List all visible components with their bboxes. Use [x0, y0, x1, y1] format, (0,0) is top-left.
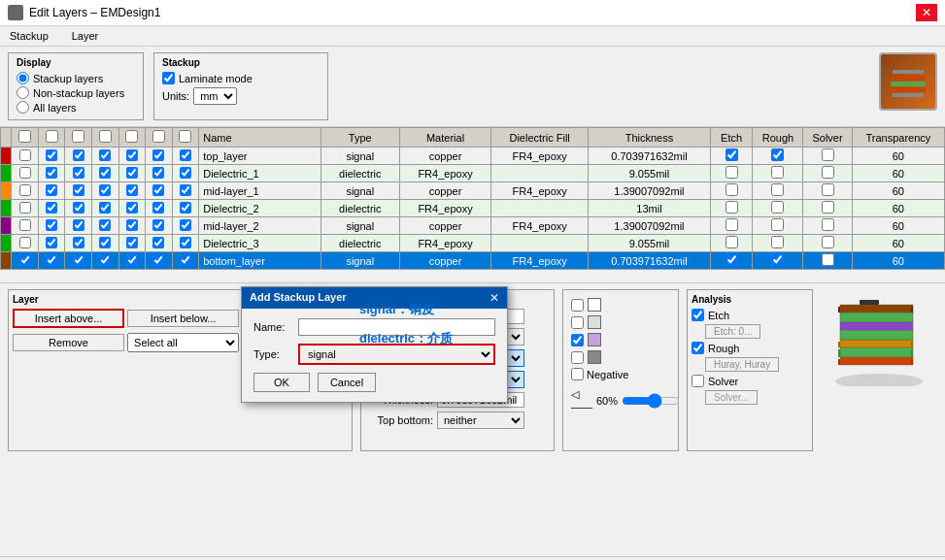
opacity-label: 60% [596, 395, 618, 407]
svg-rect-4 [893, 93, 924, 97]
table-row[interactable]: mid-layer_2signalcopperFR4_epoxy1.390070… [1, 217, 945, 235]
rough-btn[interactable]: Huray, Huray [705, 357, 779, 372]
svg-rect-18 [840, 305, 913, 313]
top-section: Display Stackup layers Non-stackup layer… [0, 47, 945, 127]
footer: Total height: 0.896571361642mm 关注 小汽车爱吃冰… [0, 556, 945, 560]
svg-rect-20 [911, 307, 913, 313]
dialog-title-bar: Add Stackup Layer ✕ [242, 287, 507, 309]
check-p1[interactable] [571, 299, 584, 312]
pattern-panel: Negative ◁—— 60% [562, 289, 679, 451]
radio-stackup-layers[interactable]: Stackup layers [17, 72, 135, 84]
svg-rect-11 [911, 349, 913, 357]
window-title: Edit Layers – EMDesign1 [29, 6, 160, 19]
etch-btn[interactable]: Etch: 0... [705, 324, 760, 339]
dialog-ok-button[interactable]: OK [253, 373, 310, 392]
solver-checkbox[interactable] [692, 375, 704, 387]
dialog-name-label: Name: [253, 321, 292, 333]
negative-check-row: Negative [571, 368, 670, 380]
solver-check-row: Solver [692, 375, 808, 387]
svg-rect-16 [840, 322, 913, 330]
negative-checkbox[interactable] [571, 368, 584, 380]
laminate-mode-check[interactable]: Laminate mode [162, 72, 320, 84]
pcb-3d-visual [821, 289, 937, 386]
menu-stackup[interactable]: Stackup [4, 28, 54, 44]
table-row[interactable]: Dielectric_2dielectricFR4_epoxy13mil60 [1, 200, 945, 217]
display-group: Display Stackup layers Non-stackup layer… [8, 52, 144, 120]
svg-rect-21 [860, 300, 879, 305]
col-material-header: Material [400, 128, 491, 148]
svg-rect-0 [891, 76, 926, 81]
logo-area [879, 52, 937, 120]
table-row[interactable]: top_layersignalcopperFR4_epoxy0.70397163… [1, 148, 945, 165]
col-type-header: Type [321, 128, 399, 148]
edit-topbottom-row: Top bottom: neithertopbottom [365, 412, 550, 429]
table-row[interactable]: mid-layer_1signalcopperFR4_epoxy1.390070… [1, 182, 945, 200]
svg-rect-8 [911, 359, 913, 365]
svg-rect-6 [840, 357, 913, 365]
svg-rect-14 [911, 342, 913, 347]
dialog-type-select[interactable]: signaldielectricplane [298, 344, 495, 365]
dialog-cancel-button[interactable]: Cancel [318, 373, 376, 392]
col-stripe [1, 128, 12, 148]
svg-rect-17 [840, 313, 913, 322]
window-close-button[interactable]: ✕ [916, 4, 937, 21]
etch-checkbox[interactable] [692, 309, 704, 321]
table-row[interactable]: Dielectric_3dielectricFR4_epoxy9.055mil6… [1, 235, 945, 252]
col-thickness-header: Thickness [589, 128, 710, 148]
svg-rect-1 [891, 82, 926, 86]
col-check6 [146, 128, 173, 148]
svg-rect-19 [838, 307, 840, 313]
title-bar: Edit Layers – EMDesign1 ✕ [0, 0, 945, 26]
radio-non-stackup-layers[interactable]: Non-stackup layers [17, 86, 135, 99]
svg-rect-13 [838, 342, 840, 347]
svg-rect-3 [893, 70, 924, 74]
svg-rect-7 [838, 359, 840, 365]
solver-btn[interactable]: Solver... [705, 390, 758, 405]
col-check5 [118, 128, 146, 148]
rough-check-row: Rough [692, 342, 808, 354]
negative-label: Negative [587, 369, 628, 380]
col-solver-header: Solver [803, 128, 852, 148]
table-row[interactable]: bottom_layersignalcopperFR4_epoxy0.70397… [1, 252, 945, 270]
add-stackup-layer-dialog[interactable]: Add Stackup Layer ✕ Name: Type: signaldi… [241, 286, 508, 403]
edit-topbottom-select[interactable]: neithertopbottom [437, 412, 524, 429]
etch-check-row: Etch [692, 309, 808, 321]
slider-icon: ◁—— [571, 388, 592, 412]
display-label: Display [17, 57, 135, 68]
insert-below-button[interactable]: Insert below... [127, 310, 239, 327]
dialog-close-button[interactable]: ✕ [489, 291, 499, 305]
stackup-label: Stackup [162, 57, 320, 68]
col-check1 [12, 128, 39, 148]
insert-above-button[interactable]: Insert above... [13, 309, 124, 328]
col-check3 [65, 128, 92, 148]
check-p4[interactable] [571, 351, 584, 364]
rough-checkbox[interactable] [692, 342, 704, 354]
col-etch-header: Etch [710, 128, 753, 148]
table-row[interactable]: Dielectric_1dielectricFR4_epoxy9.055mil6… [1, 165, 945, 182]
col-check4 [91, 128, 118, 148]
check-p3[interactable] [571, 334, 584, 346]
col-dielectric-header: Dielectric Fill [491, 128, 589, 148]
radio-all-layers[interactable]: All layers [17, 101, 135, 114]
dialog-name-input[interactable] [298, 318, 495, 336]
opacity-slider-row: ◁—— 60% [571, 388, 670, 412]
dialog-type-label: Type: [253, 348, 292, 360]
app-icon [8, 5, 23, 20]
col-check7 [172, 128, 199, 148]
remove-button[interactable]: Remove [13, 334, 124, 351]
menu-bar: Stackup Layer [0, 26, 945, 47]
units-select[interactable]: mmmilum [193, 87, 237, 105]
select-all-dropdown[interactable]: Select all [127, 333, 239, 352]
col-transparency-header: Transparency [852, 128, 944, 148]
check-p2[interactable] [571, 316, 584, 329]
svg-rect-9 [840, 347, 913, 357]
dialog-name-row: Name: [253, 318, 495, 336]
dialog-type-row: Type: signaldielectricplane [253, 344, 495, 365]
units-row: Units: mmmilum [162, 87, 320, 105]
analysis-label: Analysis [692, 294, 808, 305]
col-check2 [38, 128, 65, 148]
opacity-slider[interactable] [622, 393, 680, 409]
stackup-group: Stackup Laminate mode Units: mmmilum [153, 52, 328, 120]
analysis-panel: Analysis Etch Etch: 0... Rough Huray, Hu… [687, 289, 813, 451]
menu-layer[interactable]: Layer [66, 28, 105, 44]
